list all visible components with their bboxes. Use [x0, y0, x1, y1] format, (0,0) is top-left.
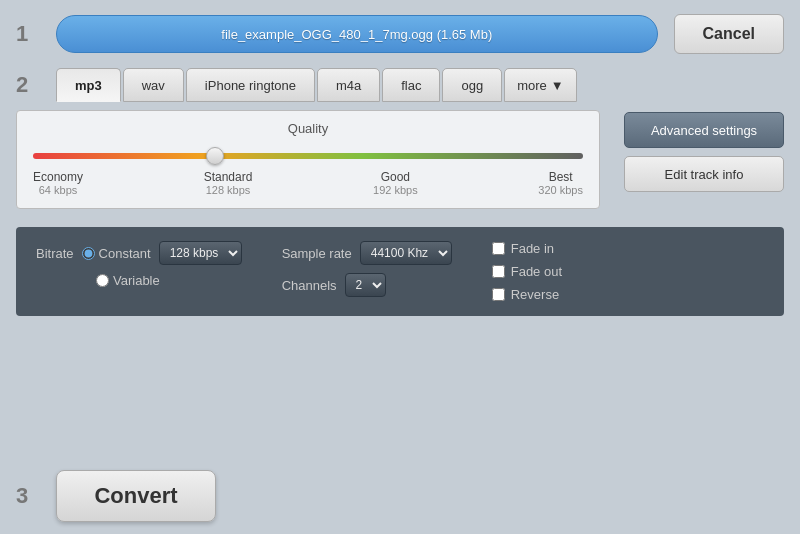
fade-out-label[interactable]: Fade out: [492, 264, 562, 279]
quality-markers: Economy 64 kbps Standard 128 kbps Good 1…: [33, 170, 583, 196]
sample-rate-label: Sample rate: [282, 246, 352, 261]
advanced-settings-button[interactable]: Advanced settings: [624, 112, 784, 148]
marker-economy-name: Economy: [33, 170, 83, 184]
quality-column: Quality Economy 64 kbps Standard: [16, 110, 600, 209]
quality-slider-thumb[interactable]: [206, 147, 224, 165]
fade-in-label[interactable]: Fade in: [492, 241, 562, 256]
file-name: file_example_OGG_480_1_7mg.ogg (1.65 Mb): [221, 27, 492, 42]
bitrate-label: Bitrate: [36, 246, 74, 261]
sample-channels-group: Sample rate 44100 Khz 22050 Khz 48000 Kh…: [282, 241, 452, 297]
constant-label: Constant: [99, 246, 151, 261]
tab-flac[interactable]: flac: [382, 68, 440, 102]
format-tabs: mp3 wav iPhone ringtone m4a flac ogg mor…: [56, 68, 577, 102]
cancel-button[interactable]: Cancel: [674, 14, 784, 54]
right-buttons: Advanced settings Edit track info: [624, 112, 784, 192]
advanced-panel: Bitrate Constant 128 kbps 64 kbps 192 kb…: [16, 227, 784, 316]
step1-number: 1: [16, 21, 40, 47]
channels-label: Channels: [282, 278, 337, 293]
file-bar: file_example_OGG_480_1_7mg.ogg (1.65 Mb): [56, 15, 658, 53]
variable-radio-label[interactable]: Variable: [96, 273, 160, 288]
channels-row: Channels 2 1: [282, 273, 452, 297]
bitrate-select[interactable]: 128 kbps 64 kbps 192 kbps 256 kbps 320 k…: [159, 241, 242, 265]
variable-row: Variable: [36, 273, 242, 288]
variable-label: Variable: [113, 273, 160, 288]
reverse-checkbox[interactable]: [492, 288, 505, 301]
section1: 1 file_example_OGG_480_1_7mg.ogg (1.65 M…: [0, 0, 800, 68]
marker-best: Best 320 kbps: [538, 170, 583, 196]
step3-number: 3: [16, 483, 40, 509]
edit-track-button[interactable]: Edit track info: [624, 156, 784, 192]
marker-standard: Standard 128 kbps: [204, 170, 253, 196]
more-label: more: [517, 78, 547, 93]
tab-ogg[interactable]: ogg: [442, 68, 502, 102]
tab-more[interactable]: more ▼: [504, 68, 577, 102]
marker-good: Good 192 kbps: [373, 170, 418, 196]
bitrate-row: Bitrate Constant 128 kbps 64 kbps 192 kb…: [36, 241, 242, 265]
marker-economy-kbps: 64 kbps: [33, 184, 83, 196]
reverse-label[interactable]: Reverse: [492, 287, 562, 302]
fade-out-checkbox[interactable]: [492, 265, 505, 278]
reverse-text: Reverse: [511, 287, 559, 302]
tab-m4a[interactable]: m4a: [317, 68, 380, 102]
tab-iphone-ringtone[interactable]: iPhone ringtone: [186, 68, 315, 102]
convert-button[interactable]: Convert: [56, 470, 216, 522]
main-container: 1 file_example_OGG_480_1_7mg.ogg (1.65 M…: [0, 0, 800, 534]
fade-in-checkbox[interactable]: [492, 242, 505, 255]
marker-good-kbps: 192 kbps: [373, 184, 418, 196]
more-arrow-icon: ▼: [551, 78, 564, 93]
quality-area: Quality Economy 64 kbps Standard: [16, 110, 600, 209]
bitrate-group: Bitrate Constant 128 kbps 64 kbps 192 kb…: [36, 241, 242, 288]
tab-mp3[interactable]: mp3: [56, 68, 121, 102]
constant-radio-label[interactable]: Constant: [82, 246, 151, 261]
effects-group: Fade in Fade out Reverse: [492, 241, 562, 302]
marker-good-name: Good: [373, 170, 418, 184]
channels-select[interactable]: 2 1: [345, 273, 386, 297]
section2-header: 2 mp3 wav iPhone ringtone m4a flac ogg m…: [16, 68, 784, 102]
constant-radio[interactable]: [82, 247, 95, 260]
marker-best-kbps: 320 kbps: [538, 184, 583, 196]
section3: 3 Convert: [0, 458, 800, 534]
fade-in-text: Fade in: [511, 241, 554, 256]
tab-wav[interactable]: wav: [123, 68, 184, 102]
marker-standard-name: Standard: [204, 170, 253, 184]
marker-best-name: Best: [538, 170, 583, 184]
section2: 2 mp3 wav iPhone ringtone m4a flac ogg m…: [0, 68, 800, 219]
marker-standard-kbps: 128 kbps: [204, 184, 253, 196]
section2-body: Quality Economy 64 kbps Standard: [16, 110, 784, 209]
sample-rate-row: Sample rate 44100 Khz 22050 Khz 48000 Kh…: [282, 241, 452, 265]
quality-slider-track: [33, 153, 583, 159]
step2-number: 2: [16, 72, 40, 98]
quality-slider-container[interactable]: [33, 146, 583, 166]
quality-label: Quality: [288, 121, 328, 136]
variable-radio[interactable]: [96, 274, 109, 287]
empty-area: [0, 324, 800, 458]
sample-rate-select[interactable]: 44100 Khz 22050 Khz 48000 Khz: [360, 241, 452, 265]
fade-out-text: Fade out: [511, 264, 562, 279]
marker-economy: Economy 64 kbps: [33, 170, 83, 196]
